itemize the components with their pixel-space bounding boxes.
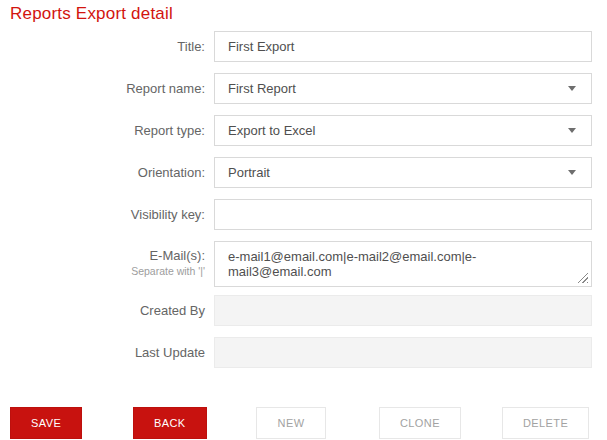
emails-sublabel: Separate with '|' [0,265,205,278]
orientation-label: Orientation: [0,157,205,188]
chevron-down-icon [568,170,576,175]
form-row-last-update: Last Update [0,337,607,368]
report-name-dropdown[interactable]: First Report [214,73,592,104]
orientation-dropdown[interactable]: Portrait [214,157,592,188]
emails-textarea[interactable]: e-mail1@email.com|e-mail2@email.com|e-ma… [214,241,592,287]
chevron-down-icon [568,128,576,133]
last-update-input [214,337,592,368]
title-input[interactable] [214,31,592,62]
report-type-dropdown[interactable]: Export to Excel [214,115,592,146]
form-row-emails: E-Mail(s): Separate with '|' e-mail1@ema… [0,241,607,287]
form-row-visibility-key: Visibility key: [0,199,607,230]
chevron-down-icon [568,86,576,91]
orientation-selected-value: Portrait [228,165,270,180]
button-bar: SAVE BACK NEW CLONE DELETE [10,407,607,439]
created-by-label: Created By [0,295,205,326]
form-row-title: Title: [0,31,607,62]
form-row-report-name: Report name: First Report [0,73,607,104]
form-row-created-by: Created By [0,295,607,326]
clone-button[interactable]: CLONE [379,407,461,439]
visibility-key-label: Visibility key: [0,199,205,230]
report-name-label: Report name: [0,73,205,104]
new-button[interactable]: NEW [256,407,326,439]
visibility-key-input[interactable] [214,199,592,230]
page-title: Reports Export detail [10,4,607,24]
form-row-report-type: Report type: Export to Excel [0,115,607,146]
save-button[interactable]: SAVE [10,407,82,439]
last-update-label: Last Update [0,337,205,368]
report-type-selected-value: Export to Excel [228,123,315,138]
back-button[interactable]: BACK [133,407,207,439]
created-by-input [214,295,592,326]
report-name-selected-value: First Report [228,81,296,96]
emails-label: E-Mail(s): [0,241,205,264]
report-export-form: Title: Report name: First Report Report … [0,31,607,368]
form-row-orientation: Orientation: Portrait [0,157,607,188]
title-label: Title: [0,31,205,62]
report-type-label: Report type: [0,115,205,146]
delete-button[interactable]: DELETE [502,407,589,439]
